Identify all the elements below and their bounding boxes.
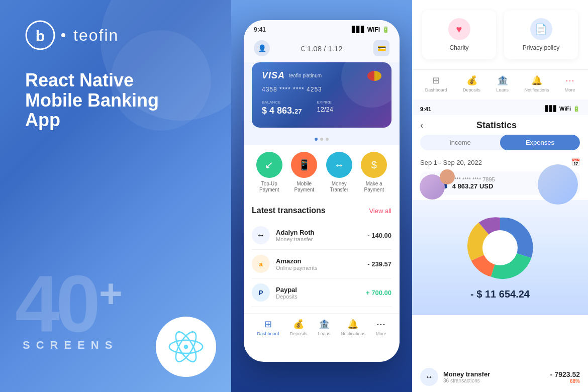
balance-value: $ 4 863. — [262, 106, 295, 116]
transactions-header: Latest transactions View all — [252, 206, 391, 215]
transaction-icon-2: a — [252, 255, 270, 273]
bottom-trans-value: - 7923.52 — [550, 370, 580, 378]
transaction-row-amazon: a Amazon Online payments - 239.57 — [252, 250, 391, 278]
right-nav-row: ⊞ Dashboard 💰 Deposits 🏦 Loans 🔔 Notific… — [412, 69, 588, 100]
card-bottom-row: BALANCE $ 4 863. 27 EXPIRE 12/24 — [262, 100, 381, 116]
dot-3 — [326, 138, 329, 141]
right-dashboard-label: Dashboard — [425, 87, 447, 92]
privacy-label: Privacy policy — [523, 44, 559, 51]
right-nav-deposits[interactable]: 💰 Deposits — [463, 75, 480, 92]
back-button[interactable]: ‹ — [420, 120, 423, 131]
tagline-line3: App — [25, 110, 206, 130]
react-logo-container — [156, 317, 216, 377]
right-deposits-label: Deposits — [463, 87, 480, 92]
card-dots — [244, 134, 400, 145]
transaction-info-3: Paypal Deposits — [276, 286, 360, 300]
logo-dot — [61, 33, 65, 37]
transaction-type-1: Money transfer — [276, 236, 361, 242]
bottom-trans-sub: 36 stransactions — [443, 378, 545, 383]
transactions-section: Latest transactions View all ↔ Adalyn Ro… — [244, 200, 400, 313]
expire-value: 12/24 — [317, 106, 334, 113]
nav-loans[interactable]: 🏦 Loans — [318, 319, 330, 336]
brand-logo-icon: b — [25, 20, 55, 50]
notifications-nav-label: Notifications — [341, 331, 365, 336]
transfer-icon: ↔ — [326, 152, 352, 178]
left-panel: b teofin React Native Mobile Banking App… — [0, 0, 231, 392]
right-loans-icon: 🏦 — [497, 75, 508, 86]
logo-text: teofin — [73, 26, 119, 45]
expenses-tab[interactable]: Expenses — [500, 135, 580, 150]
transactions-title: Latest transactions — [252, 206, 326, 215]
big-number: 40+ — [15, 263, 119, 344]
calendar-icon[interactable]: 📅 — [571, 158, 580, 166]
more-nav-label: More — [376, 331, 386, 336]
chart-center — [482, 230, 518, 265]
transfer-label: MoneyTransfer — [330, 181, 348, 193]
nav-dashboard[interactable]: ⊞ Dashboard — [257, 319, 279, 336]
transaction-row-adalyn: ↔ Adalyn Roth Money transfer - 140.00 — [252, 221, 391, 250]
stats-signal-icon: ▋▋▋ — [545, 106, 557, 112]
donut-chart — [462, 210, 538, 285]
bottom-trans-amount: - 7923.52 68% — [550, 370, 580, 384]
deposits-nav-icon: 💰 — [293, 319, 304, 330]
bank-card: VISA teofin platinum 4358 **** **** 4253… — [252, 62, 391, 128]
avatar: 👤 — [254, 40, 270, 56]
transaction-name-3: Paypal — [276, 286, 360, 293]
phone-status-bar: 9:41 ▋▋▋ WiFi 🔋 — [244, 20, 400, 36]
nav-deposits[interactable]: 💰 Deposits — [289, 319, 307, 336]
nav-more[interactable]: ⋯ More — [376, 319, 386, 336]
bottom-trans-icon: ↔ — [420, 368, 438, 386]
phone-bottom-nav: ⊞ Dashboard 💰 Deposits 🏦 Loans 🔔 Notific… — [244, 313, 400, 343]
mobile-payment-button[interactable]: 📱 MobilePayment — [291, 152, 317, 193]
income-tab[interactable]: Income — [420, 135, 500, 150]
charity-icon: ♥ — [448, 18, 470, 40]
transaction-amount-1: - 140.00 — [367, 232, 391, 239]
big-number-area: 40+ SCREENS — [15, 263, 119, 352]
right-nav-notifications[interactable]: 🔔 Notifications — [524, 75, 549, 92]
action-buttons: ↙ Top-UpPayment 📱 MobilePayment ↔ MoneyT… — [244, 145, 400, 200]
bottom-trans-name: Money transfer — [443, 370, 545, 378]
right-more-icon: ⋯ — [565, 75, 574, 86]
signal-icon: ▋▋▋ — [352, 26, 365, 33]
make-payment-button[interactable]: $ Make aPayment — [361, 152, 387, 193]
loans-nav-label: Loans — [318, 331, 330, 336]
payment-icon: $ — [361, 152, 387, 178]
more-nav-icon: ⋯ — [376, 319, 385, 330]
privacy-policy-card[interactable]: 📄 Privacy policy — [504, 10, 578, 59]
dashboard-nav-icon: ⊞ — [264, 319, 272, 330]
charity-label: Charity — [449, 44, 468, 51]
card-carousel: VISA teofin platinum 4358 **** **** 4253… — [244, 62, 400, 134]
right-nav-dashboard[interactable]: ⊞ Dashboard — [425, 75, 447, 92]
phone-header: 👤 € 1.08 / 1.12 💳 — [244, 36, 400, 62]
stats-wifi-icon: WiFi — [559, 106, 571, 112]
transaction-info-1: Adalyn Roth Money transfer — [276, 229, 361, 242]
topup-icon: ↙ — [256, 152, 282, 178]
blob-decoration-3 — [440, 169, 455, 184]
screens-label: SCREENS — [23, 339, 119, 352]
stats-title-row: ‹ Statistics — [412, 115, 588, 135]
payment-label: Make aPayment — [364, 181, 384, 193]
dot-2 — [320, 138, 323, 141]
expire-field: EXPIRE 12/24 — [317, 100, 334, 116]
transaction-type-2: Online payments — [276, 265, 361, 271]
transaction-amount-2: - 239.57 — [367, 260, 391, 268]
status-icons: ▋▋▋ WiFi 🔋 — [352, 26, 389, 33]
money-transfer-button[interactable]: ↔ MoneyTransfer — [326, 152, 352, 193]
topup-button[interactable]: ↙ Top-UpPayment — [256, 152, 282, 193]
right-loans-label: Loans — [496, 87, 509, 92]
right-nav-more[interactable]: ⋯ More — [565, 75, 575, 92]
phone-mockup: 9:41 ▋▋▋ WiFi 🔋 👤 € 1.08 / 1.12 💳 VISA t… — [244, 20, 400, 362]
charity-card[interactable]: ♥ Charity — [422, 10, 496, 59]
bottom-trans-info: Money transfer 36 stransactions — [443, 370, 545, 383]
right-notifications-label: Notifications — [524, 87, 549, 92]
react-logo-icon — [168, 329, 204, 364]
view-all-link[interactable]: View all — [369, 207, 391, 215]
right-dashboard-icon: ⊞ — [432, 75, 440, 86]
dashboard-nav-label: Dashboard — [257, 331, 279, 336]
nav-notifications[interactable]: 🔔 Notifications — [341, 319, 365, 336]
right-nav-loans[interactable]: 🏦 Loans — [496, 75, 509, 92]
blob-decoration-1 — [538, 164, 578, 205]
transaction-row-paypal: P Paypal Deposits + 700.00 — [252, 278, 391, 307]
card-icon[interactable]: 💳 — [373, 40, 389, 56]
right-notifications-icon: 🔔 — [531, 75, 542, 86]
